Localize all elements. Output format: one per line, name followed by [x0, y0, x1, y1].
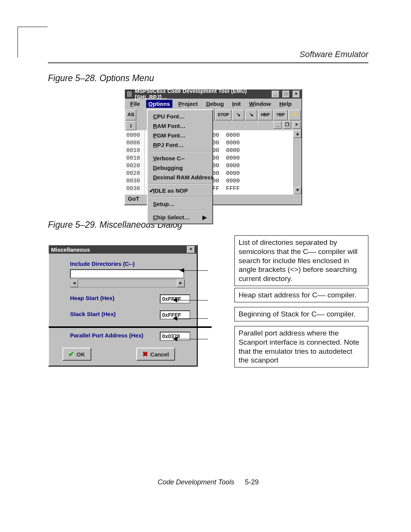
mdi-close-button[interactable]: ×: [293, 121, 301, 129]
menu-options[interactable]: Options: [146, 100, 172, 108]
leader-stack-arrow: [173, 316, 177, 321]
ram-addr: 0010: [125, 147, 145, 155]
ram-address-gutter: 00000008001000180020002800300038: [125, 130, 145, 194]
page-header: Software Emulator: [48, 50, 368, 59]
menu-file[interactable]: File: [128, 100, 142, 108]
options-menu-item[interactable]: PGM Font…: [148, 131, 212, 140]
menu-init[interactable]: Init: [230, 100, 243, 108]
anno-stack: Beginning of Stack for C–– compiler.: [234, 307, 368, 321]
options-menu-item[interactable]: Decimal RAM Address: [148, 173, 212, 182]
crop-mark: [18, 27, 48, 47]
misc-close-button[interactable]: ×: [187, 246, 195, 253]
header-rule: [48, 62, 368, 63]
emu-main-window: MSP50C6xx Code Development Tool (EMU) [S…: [124, 89, 302, 205]
options-menu-item[interactable]: IDLE as NOP: [148, 186, 212, 195]
menu-help[interactable]: Help: [277, 100, 294, 108]
toolbar-button-7[interactable]: ⚡: [288, 110, 301, 120]
leader-heap: [177, 300, 208, 300]
close-button[interactable]: ×: [293, 91, 300, 98]
hscroll-right-button[interactable]: ►: [177, 280, 185, 287]
ram-addr: 0028: [125, 170, 145, 177]
anno-heap: Heap start address for C–– compiler.: [234, 288, 368, 302]
check-icon: ✔: [68, 350, 74, 358]
leader-pport: [177, 339, 208, 339]
leader-stack: [177, 318, 208, 319]
misc-titlebar: Miscellaneous ×: [49, 245, 197, 254]
toolbar-button-asm[interactable]: AS: [126, 110, 136, 120]
ram-addr: 0030: [125, 177, 145, 185]
anno-pport: Parallel port address where the Scanport…: [234, 326, 368, 367]
page-footer: Code Development Tools 5-29: [48, 478, 368, 486]
heap-start-label: Heap Start (Hex): [70, 295, 153, 301]
cancel-button-label: Cancel: [150, 351, 169, 358]
leader-heap-arrow: [173, 298, 177, 302]
stack-start-label: Stack Start (Hex): [70, 311, 153, 317]
figure-caption-28: Figure 5–28. Options Menu: [48, 73, 368, 83]
minimize-button[interactable]: _: [272, 91, 279, 98]
dialog-separator: [49, 326, 212, 328]
anno-include: List of directories separated by semicol…: [234, 235, 368, 286]
toolbar-button-i[interactable]: I: [126, 121, 136, 130]
hscroll-left-button[interactable]: ◄: [70, 280, 78, 287]
ok-button[interactable]: ✔ OK: [62, 348, 91, 361]
leader-pport-arrow: [173, 337, 177, 341]
options-menu-item[interactable]: Setup…: [148, 199, 212, 209]
scroll-down-button[interactable]: ▼: [294, 187, 301, 194]
footer-page: 5-29: [245, 478, 259, 486]
include-dirs-input[interactable]: [70, 269, 184, 278]
mdi-restore-button[interactable]: ❐: [283, 121, 291, 129]
vertical-scrollbar[interactable]: ▲ ▼: [293, 130, 301, 194]
options-menu-item[interactable]: RAM Font…: [148, 121, 212, 131]
menu-window[interactable]: Window: [247, 100, 273, 108]
status-text: GoT: [128, 195, 139, 202]
menu-debug[interactable]: Debug: [204, 100, 226, 108]
toolbar-button-4[interactable]: ↘: [245, 110, 257, 120]
maximize-button[interactable]: □: [282, 91, 290, 98]
misc-dialog: Miscellaneous × Include Directories (C--…: [48, 244, 198, 367]
options-dropdown: CPU Font…RAM Font…PGM Font…RPJ Font…Verb…: [147, 109, 213, 224]
scroll-up-button[interactable]: ▲: [294, 130, 301, 138]
toolbar-button-stop[interactable]: STOP: [215, 110, 231, 120]
footer-book: Code Development Tools: [158, 478, 234, 486]
ram-addr: 0000: [125, 132, 145, 139]
emu-window-title: MSP50C6xx Code Development Tool (EMU) [S…: [135, 88, 266, 100]
emu-titlebar: MSP50C6xx Code Development Tool (EMU) [S…: [125, 89, 301, 99]
mdi-minimize-button[interactable]: _: [274, 121, 282, 129]
menu-bar: File Options Project Debug Init Window H…: [125, 99, 301, 109]
x-icon: ✖: [142, 350, 148, 358]
misc-title-text: Miscellaneous: [51, 246, 90, 253]
include-dirs-label: Include Directories (C--): [70, 260, 190, 267]
options-menu-item[interactable]: CPU Font…: [148, 112, 212, 121]
ram-addr: 0018: [125, 155, 145, 162]
ram-addr: 0008: [125, 139, 145, 147]
options-menu-item[interactable]: Verbose C--: [148, 153, 212, 163]
menu-project[interactable]: Project: [176, 100, 200, 108]
cancel-button[interactable]: ✖ Cancel: [136, 348, 175, 361]
sys-icon: [126, 91, 132, 97]
parallel-port-label: Parallel Port Address (Hex): [70, 332, 153, 339]
toolbar-button-hbp[interactable]: HBP: [258, 110, 272, 120]
options-menu-item[interactable]: Chip Select…▶: [148, 212, 212, 222]
options-menu-item[interactable]: RPJ Font…: [148, 140, 212, 150]
include-dirs-hscroll[interactable]: ◄ ►: [70, 279, 185, 288]
ram-addr: 0038: [125, 185, 145, 193]
ok-button-label: OK: [76, 351, 85, 358]
options-menu-item[interactable]: Debugging: [148, 163, 212, 173]
leader-include-arrow: [180, 268, 184, 273]
leader-include: [184, 270, 208, 271]
toolbar-button-bp[interactable]: ?BP: [273, 110, 288, 120]
ram-addr: 0020: [125, 162, 145, 170]
toolbar-button-3[interactable]: ↘: [232, 110, 244, 120]
